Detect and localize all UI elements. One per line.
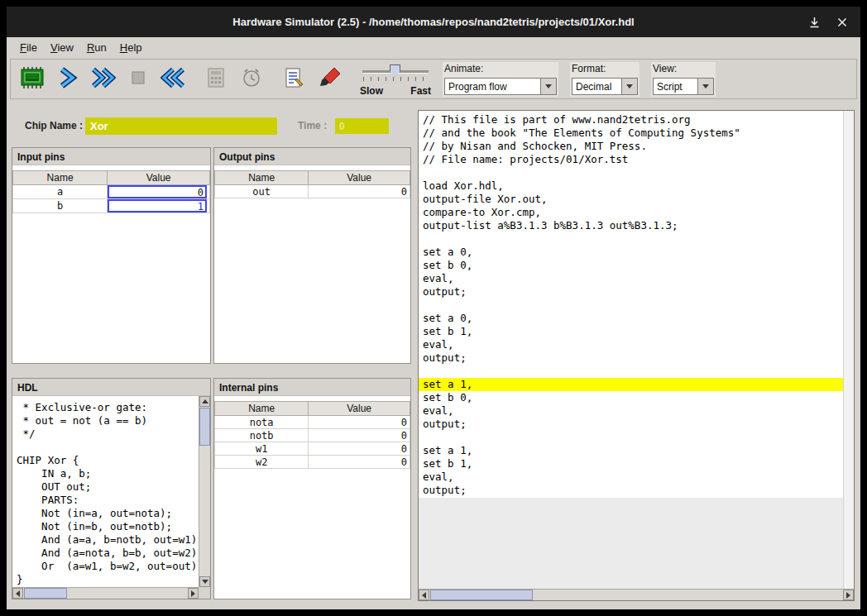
internal-pins-panel: Internal pins Name Value nota0notb0w10w2…: [213, 378, 411, 599]
view-group: View: Script: [651, 62, 716, 97]
script-line[interactable]: set a 0,: [419, 246, 843, 259]
script-line[interactable]: // and the book "The Elements of Computi…: [419, 127, 843, 140]
speed-slider-thumb[interactable]: [390, 64, 400, 77]
download-icon[interactable]: [807, 16, 821, 29]
pin-name: out: [215, 185, 309, 198]
view-label: View:: [653, 63, 677, 74]
animate-select[interactable]: Program flow: [444, 78, 557, 95]
scroll-left-button[interactable]: [12, 588, 23, 599]
scroll-right-button[interactable]: [843, 590, 854, 600]
script-line[interactable]: output;: [419, 418, 843, 431]
menu-bar: FileViewRunHelp: [7, 37, 860, 58]
pin-row-notb: notb0: [215, 429, 410, 442]
hdl-line: * Exclusive-or gate:: [17, 401, 199, 414]
scroll-right-button[interactable]: [188, 588, 199, 599]
clock-button[interactable]: [233, 61, 269, 97]
script-line[interactable]: // by Nisan and Schocken, MIT Press.: [419, 140, 843, 153]
triangle-up-icon: [202, 399, 208, 404]
hdl-line: }: [17, 573, 199, 586]
script-line[interactable]: load Xor.hdl,: [419, 179, 843, 193]
menu-item-view[interactable]: View: [44, 39, 80, 56]
menu-item-run[interactable]: Run: [80, 39, 113, 56]
script-line[interactable]: [419, 298, 843, 312]
script-line[interactable]: output;: [419, 484, 843, 497]
column-header-name: Name: [13, 171, 108, 185]
slider-fast-label: Fast: [410, 85, 431, 97]
hdl-editor[interactable]: * Exclusive-or gate: * out = not (a == b…: [12, 396, 199, 587]
format-dropdown-button[interactable]: [621, 79, 637, 94]
script-line[interactable]: set b 1,: [419, 457, 843, 470]
menu-item-help[interactable]: Help: [113, 39, 149, 56]
script-line[interactable]: set b 0,: [419, 391, 843, 404]
run-button[interactable]: [84, 61, 120, 97]
load-chip-button[interactable]: [13, 61, 49, 97]
script-line[interactable]: output;: [419, 351, 843, 365]
view-dropdown-button[interactable]: [697, 79, 713, 94]
reset-button[interactable]: [156, 61, 191, 97]
hdl-line: */: [17, 427, 199, 441]
triangle-down-icon: [202, 580, 208, 584]
single-step-button[interactable]: [49, 61, 84, 97]
script-horizontal-scrollbar[interactable]: [419, 589, 854, 600]
internal-pins-title: Internal pins: [214, 379, 410, 396]
format-label: Format:: [572, 63, 606, 74]
stop-button[interactable]: [120, 61, 156, 97]
view-select[interactable]: Script: [653, 78, 714, 95]
hdl-horizontal-scrollbar[interactable]: [12, 587, 199, 599]
script-line[interactable]: set a 0,: [419, 312, 843, 325]
animate-dropdown-button[interactable]: [540, 79, 556, 94]
view-script-button[interactable]: [275, 61, 311, 97]
script-line[interactable]: [419, 365, 843, 378]
hdl-vertical-scrollbar[interactable]: [199, 396, 210, 587]
pin-value: 0: [309, 442, 410, 456]
speed-slider-ticks: [363, 77, 428, 81]
script-line[interactable]: set a 1,: [419, 444, 843, 457]
chip-name-field[interactable]: Xor: [85, 117, 277, 135]
clear-button[interactable]: [311, 61, 347, 97]
chevron-down-icon: [702, 84, 709, 88]
script-vertical-scrollbar[interactable]: [843, 111, 854, 589]
script-line[interactable]: compare-to Xor.cmp,: [419, 206, 843, 219]
step-arrow-icon: [55, 66, 79, 93]
hdl-line: OUT out;: [17, 480, 199, 494]
script-line[interactable]: eval,: [419, 404, 843, 418]
script-line[interactable]: // This file is part of www.nand2tetris.…: [419, 113, 843, 127]
script-line[interactable]: eval,: [419, 272, 843, 285]
vertical-scroll-thumb[interactable]: [199, 408, 210, 446]
script-line[interactable]: [419, 431, 843, 444]
close-icon[interactable]: [836, 16, 849, 29]
script-line[interactable]: // File name: projects/01/Xor.tst: [419, 153, 843, 166]
format-select[interactable]: Decimal: [572, 78, 638, 95]
script-line[interactable]: output-list a%B3.1.3 b%B3.1.3 out%B3.1.3…: [419, 219, 843, 232]
script-line[interactable]: eval,: [419, 338, 843, 351]
output-pins-table: Name Value out0: [214, 170, 410, 198]
pin-value-input[interactable]: 0: [108, 185, 207, 198]
script-line[interactable]: eval,: [419, 470, 843, 484]
pin-value: 0: [309, 456, 410, 469]
horizontal-scroll-thumb[interactable]: [430, 590, 533, 600]
format-group: Format: Decimal: [570, 62, 639, 97]
script-line[interactable]: [419, 232, 843, 246]
menu-item-file[interactable]: File: [13, 39, 44, 56]
calculator-button[interactable]: [198, 61, 233, 97]
triangle-left-icon: [422, 592, 426, 599]
scroll-down-button[interactable]: [199, 576, 210, 587]
output-pins-panel: Output pins Name Value out0: [213, 147, 411, 364]
script-line[interactable]: output;: [419, 285, 843, 298]
script-line[interactable]: set b 0,: [419, 259, 843, 272]
script-line[interactable]: [419, 166, 843, 179]
scroll-left-button[interactable]: [419, 590, 429, 600]
rewind-icon: [160, 66, 187, 93]
hdl-line: Not (in=b, out=notb);: [17, 520, 199, 533]
script-view[interactable]: // This file is part of www.nand2tetris.…: [419, 111, 843, 498]
scroll-up-button[interactable]: [199, 396, 210, 407]
horizontal-scroll-thumb[interactable]: [24, 588, 67, 599]
script-line[interactable]: set b 1,: [419, 325, 843, 338]
input-pins-title: Input pins: [12, 148, 210, 165]
hdl-line: IN a, b;: [17, 467, 199, 480]
script-line[interactable]: output-file Xor.out,: [419, 193, 843, 206]
pin-name: a: [13, 185, 108, 199]
pin-value-input[interactable]: 1: [108, 199, 207, 212]
internal-pins-table: Name Value nota0notb0w10w20: [214, 401, 410, 469]
script-line-current[interactable]: set a 1,: [419, 378, 843, 391]
